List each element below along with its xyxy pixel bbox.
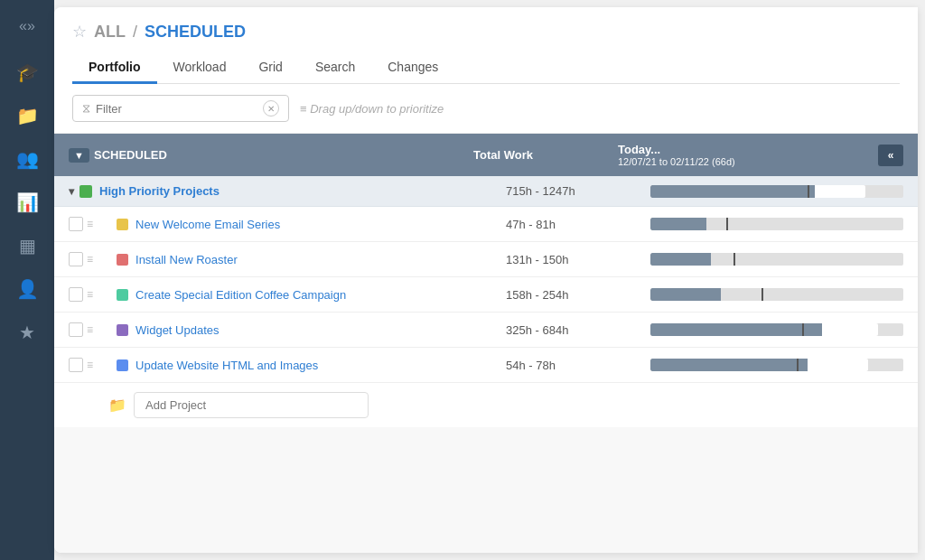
row-checkbox[interactable] [69, 217, 83, 231]
project-icon [117, 289, 128, 301]
project-work: 158h - 254h [506, 288, 650, 302]
bar-track [650, 359, 903, 371]
project-work: 54h - 78h [506, 359, 650, 372]
project-icon [117, 219, 128, 230]
group-work: 715h - 1247h [506, 184, 650, 198]
project-bar-area [650, 356, 903, 374]
bar-marker [761, 288, 763, 301]
project-name[interactable]: Update Website HTML and Images [135, 359, 506, 372]
drag-handle-icon[interactable]: ≡ [87, 323, 93, 336]
work-col-header: Total Work [473, 148, 618, 162]
tab-portfolio[interactable]: Portfolio [72, 52, 157, 84]
sidebar-item-person[interactable]: 👤 [7, 269, 47, 309]
group-bar-area [650, 185, 903, 198]
today-label: Today... [618, 143, 871, 156]
bar-marker [726, 218, 728, 230]
project-work: 131h - 150h [506, 253, 650, 266]
bar-fill [650, 253, 711, 266]
row-checkbox[interactable] [69, 358, 83, 372]
clear-filter-button[interactable]: ✕ [263, 100, 279, 117]
table-row: ≡ Install New Roaster 131h - 150h [54, 242, 918, 277]
project-work: 47h - 81h [506, 218, 650, 231]
collapse-arrow[interactable]: ▼ [69, 148, 89, 163]
group-row-high-priority[interactable]: ▾ High Priority Projects 715h - 1247h [54, 176, 918, 207]
drag-handle-icon[interactable]: ≡ [87, 253, 93, 266]
bar-fill [650, 288, 721, 301]
row-checkbox[interactable] [69, 287, 83, 302]
bar-white [822, 323, 878, 336]
project-icon [117, 254, 128, 266]
project-work: 325h - 684h [506, 323, 650, 337]
project-name[interactable]: Create Special Edition Coffee Campaign [135, 288, 506, 302]
project-bar-area [650, 285, 903, 303]
add-project-row: 📁 [54, 383, 918, 427]
table-row: ≡ Update Website HTML and Images 54h - 7… [54, 348, 918, 383]
project-name[interactable]: New Welcome Email Series [135, 218, 506, 231]
row-checkbox[interactable] [69, 322, 83, 337]
project-icon [117, 359, 128, 371]
filter-input-wrap: ⧖ ✕ [72, 95, 289, 122]
breadcrumb-current[interactable]: SCHEDULED [145, 23, 246, 42]
group-bar-track [650, 185, 903, 198]
tab-bar: Portfolio Workload Grid Search Changes [72, 52, 900, 84]
sidebar: «» 🎓 📁 👥 📊 ▦ 👤 ★ [0, 0, 54, 560]
row-checkbox[interactable] [69, 252, 83, 266]
expand-col: ▼ [69, 148, 94, 162]
sidebar-item-folder[interactable]: 📁 [7, 96, 47, 135]
table-row: ≡ New Welcome Email Series 47h - 81h [54, 207, 918, 242]
drag-icon: ≡ [300, 102, 310, 116]
sidebar-item-graduation[interactable]: 🎓 [7, 52, 47, 92]
project-name[interactable]: Install New Roaster [135, 253, 506, 266]
bar-fill [650, 218, 706, 230]
tab-workload[interactable]: Workload [157, 52, 243, 84]
drag-handle-icon[interactable]: ≡ [87, 288, 93, 301]
header-title: ☆ ALL / SCHEDULED [72, 22, 900, 42]
header: ☆ ALL / SCHEDULED Portfolio Workload Gri… [54, 7, 918, 84]
project-bar-area [650, 321, 903, 339]
bar-marker [802, 323, 804, 336]
collapse-panel-button[interactable]: « [878, 145, 903, 166]
sidebar-item-users[interactable]: 👥 [7, 139, 47, 179]
group-name: High Priority Projects [99, 184, 506, 198]
sidebar-item-star[interactable]: ★ [7, 313, 47, 352]
project-bar-area [650, 250, 903, 268]
drag-hint: ≡ Drag up/down to prioritize [300, 102, 444, 116]
breadcrumb-separator: / [133, 23, 137, 42]
project-icon [117, 324, 128, 336]
star-icon[interactable]: ☆ [72, 22, 87, 42]
table-row: ≡ Widget Updates 325h - 684h [54, 313, 918, 348]
sidebar-item-grid[interactable]: ▦ [7, 226, 47, 266]
group-folder-icon [79, 185, 92, 198]
sidebar-item-chart[interactable]: 📊 [7, 182, 47, 222]
add-project-input[interactable] [134, 392, 369, 418]
table-row: ≡ Create Special Edition Coffee Campaign… [54, 277, 918, 313]
bar-track [650, 323, 903, 336]
breadcrumb-all[interactable]: ALL [94, 23, 126, 42]
tab-grid[interactable]: Grid [242, 52, 298, 84]
add-project-folder-icon: 📁 [108, 397, 126, 414]
drag-handle-icon[interactable]: ≡ [87, 359, 93, 371]
bar-marker [797, 359, 799, 371]
main-panel: ☆ ALL / SCHEDULED Portfolio Workload Gri… [54, 7, 918, 553]
table-header-row: ▼ SCHEDULED Total Work Today... 12/07/21… [54, 134, 918, 176]
group-bar-white [815, 185, 865, 198]
chart-col-header: Today... 12/07/21 to 02/11/22 (66d) [618, 143, 871, 167]
sidebar-toggle[interactable]: «» [12, 11, 42, 42]
project-bar-area [650, 215, 903, 233]
tab-search[interactable]: Search [299, 52, 371, 84]
bar-marker [733, 253, 735, 266]
section-label: SCHEDULED [94, 148, 473, 162]
group-bar-fill [650, 185, 815, 198]
group-chevron-icon: ▾ [69, 185, 74, 198]
filter-input[interactable] [96, 102, 257, 116]
bar-track [650, 253, 903, 266]
bar-fill [650, 323, 822, 336]
date-range: 12/07/21 to 02/11/22 (66d) [618, 156, 871, 167]
bar-white [808, 359, 868, 371]
filter-bar: ⧖ ✕ ≡ Drag up/down to prioritize [54, 84, 918, 134]
project-name[interactable]: Widget Updates [135, 323, 506, 337]
bar-fill [650, 359, 808, 371]
drag-handle-icon[interactable]: ≡ [87, 218, 93, 230]
tab-changes[interactable]: Changes [371, 52, 454, 84]
bar-track [650, 218, 903, 230]
